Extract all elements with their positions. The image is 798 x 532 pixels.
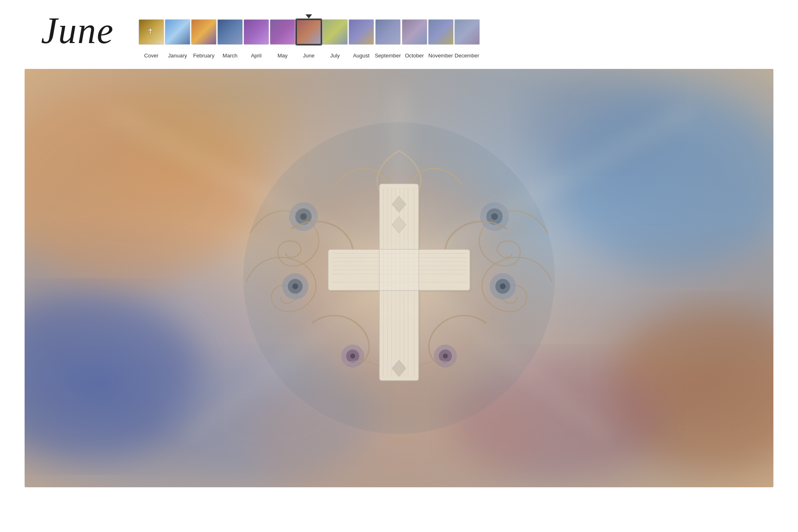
- thumb-label: Cover: [144, 53, 159, 59]
- thumb-june[interactable]: . . . . .June: [296, 14, 321, 59]
- thumb-preview: [270, 19, 295, 45]
- artwork-svg: [25, 69, 773, 487]
- thumbnails-row: Cover. . . . .January. . . . .February. …: [139, 14, 480, 59]
- thumb-label: December: [455, 53, 479, 59]
- thumb-dots: . . . . .: [354, 46, 369, 52]
- thumb-february[interactable]: . . . . .February: [191, 14, 217, 59]
- thumb-label: May: [278, 53, 288, 59]
- thumb-dots: . . . . .: [328, 46, 342, 52]
- thumb-january[interactable]: . . . . .January: [165, 14, 190, 59]
- thumb-label: November: [429, 53, 453, 59]
- thumb-preview: [349, 19, 374, 45]
- svg-point-34: [443, 354, 448, 358]
- thumb-preview: [244, 19, 269, 45]
- thumb-preview: [217, 19, 243, 45]
- thumb-dots: . . . . .: [275, 46, 290, 52]
- thumb-preview: [191, 19, 217, 45]
- thumb-preview: [454, 19, 480, 45]
- thumb-dots: . . . . .: [460, 46, 474, 52]
- thumb-preview: [139, 19, 164, 45]
- thumb-october[interactable]: . . . . .October: [402, 14, 427, 59]
- thumb-label: August: [353, 53, 369, 59]
- thumb-april[interactable]: . . . . .April: [244, 14, 269, 59]
- thumb-preview: [375, 19, 401, 45]
- thumb-label: June: [303, 53, 315, 59]
- svg-point-28: [500, 283, 506, 289]
- thumb-november[interactable]: . . . . .November: [428, 14, 454, 59]
- svg-point-31: [350, 354, 355, 358]
- thumb-dots: . . . . .: [170, 46, 185, 52]
- thumb-cover[interactable]: Cover: [139, 14, 164, 59]
- thumb-preview: [402, 19, 427, 45]
- thumb-dots: . . . . .: [223, 46, 237, 52]
- thumb-dots: . . . . .: [301, 46, 316, 52]
- thumb-dots: . . . . .: [407, 46, 422, 52]
- thumb-july[interactable]: . . . . .July: [322, 14, 348, 59]
- thumb-label: February: [193, 53, 214, 59]
- svg-point-15: [525, 77, 673, 167]
- thumb-dots: . . . . .: [249, 46, 264, 52]
- thumb-indicator: [306, 14, 312, 18]
- thumb-september[interactable]: . . . . .September: [375, 14, 401, 59]
- thumb-dots: . . . . .: [381, 46, 395, 52]
- thumb-december[interactable]: . . . . .December: [454, 14, 480, 59]
- thumb-preview: [165, 19, 190, 45]
- month-title: June: [41, 12, 114, 49]
- artwork: [25, 69, 773, 487]
- main-image: [25, 69, 773, 487]
- thumb-label: October: [405, 53, 424, 59]
- thumb-dots: . . . . .: [196, 46, 211, 52]
- thumb-preview: [322, 19, 348, 45]
- thumb-label: July: [330, 53, 340, 59]
- svg-point-22: [292, 283, 298, 289]
- thumb-preview: [296, 19, 321, 45]
- thumb-march[interactable]: . . . . .March: [217, 14, 243, 59]
- header: June Cover. . . . .January. . . . .Febru…: [0, 0, 798, 63]
- thumb-may[interactable]: . . . . .May: [270, 14, 295, 59]
- thumbnail-strip: Cover. . . . .January. . . . .February. …: [139, 14, 480, 59]
- thumb-preview: [428, 19, 454, 45]
- thumb-label: March: [223, 53, 237, 59]
- thumb-dots: . . . . .: [433, 46, 448, 52]
- thumb-label: April: [251, 53, 262, 59]
- thumb-label: January: [168, 53, 187, 59]
- thumb-august[interactable]: . . . . .August: [349, 14, 374, 59]
- thumb-cross-icon: [147, 27, 155, 37]
- svg-point-14: [127, 69, 291, 167]
- thumb-label: September: [375, 53, 401, 59]
